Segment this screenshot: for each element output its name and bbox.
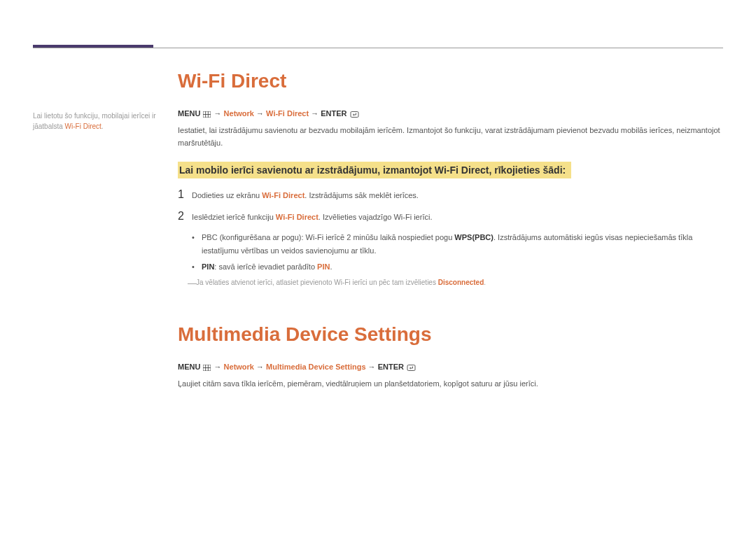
heading-wifi-direct: Wi-Fi Direct bbox=[178, 70, 723, 92]
menu-label: MENU bbox=[178, 109, 200, 118]
bullet-list: • PBC (konfigurēšana ar pogu): Wi-Fi ier… bbox=[192, 231, 723, 273]
sidebar-text-suffix: . bbox=[102, 122, 104, 130]
path-network: Network bbox=[224, 109, 254, 118]
arrow: → bbox=[214, 363, 222, 371]
menu-grid-icon bbox=[203, 364, 211, 372]
sidebar-note: Lai lietotu šo funkciju, mobilajai ierīc… bbox=[33, 111, 159, 132]
arrow: → bbox=[256, 109, 264, 118]
bullet-dot: • bbox=[192, 231, 202, 257]
menu-grid-icon bbox=[203, 111, 211, 119]
menu-path-2: MENU → Network → Multimedia Device Setti… bbox=[178, 363, 723, 372]
arrow: → bbox=[256, 363, 264, 371]
bullet-text: PBC (konfigurēšana ar pogu): Wi-Fi ierīc… bbox=[202, 231, 723, 257]
path-multimedia: Multimedia Device Settings bbox=[266, 363, 365, 371]
header-divider bbox=[33, 48, 723, 48]
subheading-highlight: Lai mobilo ierīci savienotu ar izstrādāj… bbox=[178, 162, 571, 178]
step-number: 1 bbox=[178, 188, 192, 201]
arrow: → bbox=[311, 109, 318, 118]
path-network: Network bbox=[224, 363, 254, 371]
multimedia-body: Ļaujiet citām sava tīkla ierīcēm, piemēr… bbox=[178, 378, 723, 391]
enter-icon bbox=[350, 111, 359, 119]
intro-text: Iestatiet, lai izstrādājumu savienotu ar… bbox=[178, 125, 723, 149]
enter-label: ENTER bbox=[321, 109, 346, 118]
footnote-text: Ja vēlaties atvienot ierīci, atlasiet pi… bbox=[196, 277, 486, 290]
bullet-item: • PBC (konfigurēšana ar pogu): Wi-Fi ier… bbox=[192, 231, 723, 257]
step-text: Ieslēdziet ierīcē funkciju Wi-Fi Direct.… bbox=[192, 211, 432, 223]
footnote-dash: ― bbox=[188, 277, 196, 290]
path-wifi-direct: Wi-Fi Direct bbox=[266, 109, 309, 118]
step-number: 2 bbox=[178, 210, 192, 223]
arrow: → bbox=[214, 109, 222, 118]
main-content: Wi-Fi Direct MENU → Network → Wi-Fi Dire… bbox=[178, 70, 723, 403]
bullet-dot: • bbox=[192, 260, 202, 274]
enter-label: ENTER bbox=[378, 363, 404, 371]
menu-label: MENU bbox=[178, 363, 200, 371]
step-text: Dodieties uz ekrānu Wi-Fi Direct. Izstrā… bbox=[192, 190, 419, 202]
enter-icon bbox=[407, 364, 416, 372]
sidebar-text-highlight: Wi-Fi Direct bbox=[65, 122, 102, 130]
arrow: → bbox=[368, 363, 376, 371]
bullet-text: PIN: savā ierīcē ievadiet parādīto PIN. bbox=[202, 260, 332, 274]
step-row: 2 Ieslēdziet ierīcē funkciju Wi-Fi Direc… bbox=[178, 210, 723, 223]
footnote: ― Ja vēlaties atvienot ierīci, atlasiet … bbox=[188, 277, 723, 290]
step-row: 1 Dodieties uz ekrānu Wi-Fi Direct. Izst… bbox=[178, 188, 723, 202]
svg-rect-9 bbox=[407, 365, 415, 371]
svg-rect-4 bbox=[351, 112, 358, 118]
bullet-item: • PIN: savā ierīcē ievadiet parādīto PIN… bbox=[192, 260, 723, 274]
heading-multimedia: Multimedia Device Settings bbox=[178, 323, 723, 346]
menu-path-1: MENU → Network → Wi-Fi Direct → ENTER bbox=[178, 109, 723, 119]
